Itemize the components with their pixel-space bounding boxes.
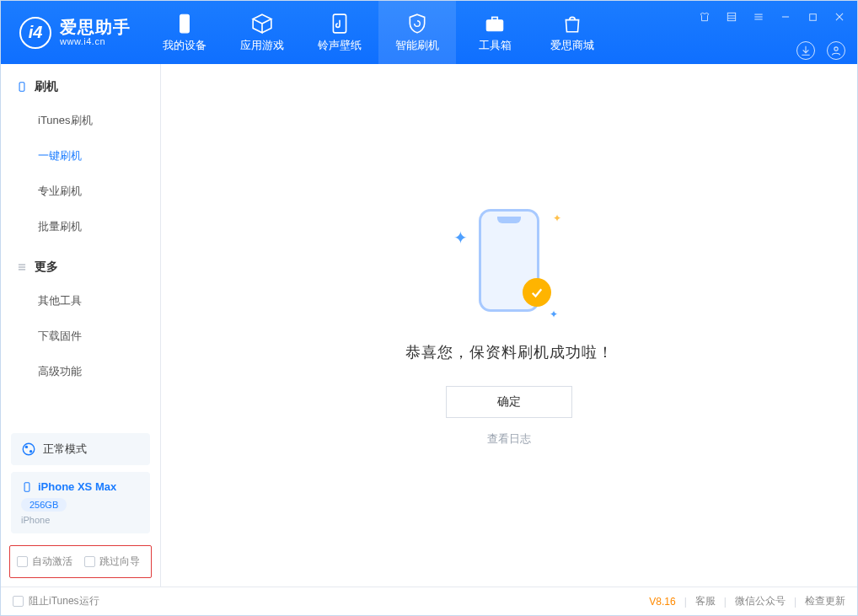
device-type: iPhone bbox=[21, 515, 140, 525]
svg-point-14 bbox=[834, 47, 838, 51]
header: i4 爱思助手 www.i4.cn 我的设备 应用游戏 铃声壁纸 智能刷机 bbox=[1, 1, 857, 64]
success-illustration: ✦ ✦ ✦ bbox=[458, 204, 560, 322]
svg-rect-0 bbox=[180, 14, 190, 33]
phone-icon bbox=[174, 13, 196, 35]
user-button[interactable] bbox=[827, 41, 845, 60]
tab-toolbox[interactable]: 工具箱 bbox=[456, 1, 534, 64]
checkbox-label: 跳过向导 bbox=[99, 554, 140, 569]
sidebar: 刷机 iTunes刷机 一键刷机 专业刷机 批量刷机 更多 其他工具 下载固件 … bbox=[1, 64, 161, 587]
confirm-button[interactable]: 确定 bbox=[446, 386, 572, 418]
sidebar-item-pro-flash[interactable]: 专业刷机 bbox=[1, 174, 160, 209]
block-itunes-checkbox[interactable]: 阻止iTunes运行 bbox=[13, 594, 99, 608]
tab-ringtones[interactable]: 铃声壁纸 bbox=[301, 1, 378, 64]
phone-icon bbox=[21, 481, 33, 493]
tab-label: 应用游戏 bbox=[240, 38, 284, 53]
sidebar-item-download-firmware[interactable]: 下载固件 bbox=[1, 319, 160, 354]
cube-icon bbox=[251, 13, 273, 35]
bag-icon bbox=[561, 13, 583, 35]
svg-rect-3 bbox=[492, 17, 498, 19]
list-icon bbox=[16, 261, 28, 273]
maximize-button[interactable] bbox=[803, 8, 822, 26]
sidebar-item-advanced[interactable]: 高级功能 bbox=[1, 354, 160, 389]
close-button[interactable] bbox=[830, 8, 849, 26]
menu-icon[interactable] bbox=[749, 8, 768, 26]
checkbox-label: 阻止iTunes运行 bbox=[29, 594, 99, 608]
sparkle-icon: ✦ bbox=[553, 212, 561, 224]
device-name: iPhone XS Max bbox=[38, 480, 116, 493]
briefcase-icon bbox=[484, 13, 506, 35]
window-controls bbox=[695, 8, 849, 26]
checkbox-icon bbox=[13, 596, 24, 607]
skip-guide-checkbox[interactable]: 跳过向导 bbox=[84, 554, 140, 569]
device-mode-card[interactable]: 正常模式 bbox=[11, 433, 150, 465]
checkbox-icon bbox=[84, 556, 95, 567]
device-card[interactable]: iPhone XS Max 256GB iPhone bbox=[11, 472, 150, 533]
sidebar-item-itunes-flash[interactable]: iTunes刷机 bbox=[1, 103, 160, 138]
tab-store[interactable]: 爱思商城 bbox=[534, 1, 611, 64]
logo-subtitle: www.i4.cn bbox=[60, 36, 131, 46]
device-icon bbox=[16, 81, 28, 93]
tab-label: 我的设备 bbox=[163, 38, 206, 53]
success-message: 恭喜您，保资料刷机成功啦！ bbox=[405, 342, 614, 362]
download-button[interactable] bbox=[796, 41, 815, 60]
sidebar-item-batch-flash[interactable]: 批量刷机 bbox=[1, 209, 160, 244]
svg-rect-11 bbox=[809, 13, 816, 20]
header-right bbox=[796, 41, 845, 60]
body: 刷机 iTunes刷机 一键刷机 专业刷机 批量刷机 更多 其他工具 下载固件 … bbox=[1, 64, 857, 587]
tab-my-device[interactable]: 我的设备 bbox=[146, 1, 223, 64]
checkbox-label: 自动激活 bbox=[32, 554, 72, 569]
svg-point-21 bbox=[29, 450, 32, 453]
tab-label: 工具箱 bbox=[479, 38, 512, 53]
mode-icon bbox=[21, 442, 36, 457]
wechat-link[interactable]: 微信公众号 bbox=[735, 594, 786, 608]
minimize-button[interactable] bbox=[776, 8, 795, 26]
main-tabs: 我的设备 应用游戏 铃声壁纸 智能刷机 工具箱 爱思商城 bbox=[146, 1, 611, 64]
sidebar-item-other-tools[interactable]: 其他工具 bbox=[1, 283, 160, 319]
music-file-icon bbox=[329, 13, 351, 35]
sparkle-icon: ✦ bbox=[550, 308, 558, 320]
tab-apps[interactable]: 应用游戏 bbox=[223, 1, 301, 64]
sidebar-section-label: 刷机 bbox=[35, 79, 58, 94]
tab-label: 爱思商城 bbox=[550, 38, 594, 53]
device-capacity: 256GB bbox=[21, 498, 67, 512]
check-update-link[interactable]: 检查更新 bbox=[805, 594, 845, 608]
svg-rect-4 bbox=[727, 13, 735, 20]
sidebar-section-more: 更多 bbox=[1, 244, 160, 283]
list-icon[interactable] bbox=[722, 8, 741, 26]
tab-label: 铃声壁纸 bbox=[318, 38, 362, 53]
auto-activate-checkbox[interactable]: 自动激活 bbox=[17, 554, 72, 569]
device-mode-label: 正常模式 bbox=[43, 442, 87, 457]
sparkle-icon: ✦ bbox=[453, 228, 468, 248]
sidebar-section-label: 更多 bbox=[35, 260, 58, 275]
checkmark-badge-icon bbox=[523, 278, 551, 307]
svg-point-19 bbox=[23, 443, 35, 455]
version-label: V8.16 bbox=[649, 596, 675, 608]
tab-label: 智能刷机 bbox=[395, 38, 439, 53]
footer: 阻止iTunes运行 V8.16 | 客服 | 微信公众号 | 检查更新 bbox=[1, 587, 857, 615]
shirt-icon[interactable] bbox=[695, 8, 714, 26]
main-content: ✦ ✦ ✦ 恭喜您，保资料刷机成功啦！ 确定 查看日志 bbox=[161, 64, 857, 587]
logo: i4 爱思助手 www.i4.cn bbox=[1, 17, 146, 49]
customer-service-link[interactable]: 客服 bbox=[695, 594, 716, 608]
svg-rect-15 bbox=[19, 83, 24, 92]
svg-rect-22 bbox=[24, 482, 29, 491]
tab-smart-flash[interactable]: 智能刷机 bbox=[378, 1, 456, 64]
sidebar-item-oneclick-flash[interactable]: 一键刷机 bbox=[1, 138, 160, 174]
shield-refresh-icon bbox=[406, 13, 428, 35]
logo-icon: i4 bbox=[19, 17, 51, 49]
svg-rect-2 bbox=[486, 19, 503, 30]
checkbox-icon bbox=[17, 556, 28, 567]
sidebar-section-flash: 刷机 bbox=[1, 64, 160, 103]
app-window: i4 爱思助手 www.i4.cn 我的设备 应用游戏 铃声壁纸 智能刷机 bbox=[0, 0, 858, 616]
flash-options-highlighted: 自动激活 跳过向导 bbox=[9, 545, 152, 578]
svg-point-20 bbox=[25, 446, 28, 448]
logo-title: 爱思助手 bbox=[60, 18, 131, 36]
view-log-link[interactable]: 查看日志 bbox=[487, 431, 531, 447]
